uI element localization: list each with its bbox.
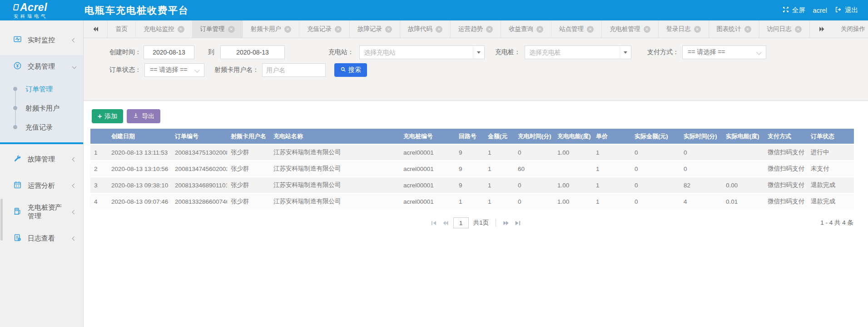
tab-station-monitor[interactable]: 充电站监控×	[136, 20, 193, 38]
tabs-scroll-left-icon[interactable]	[84, 20, 107, 38]
table-header[interactable]: 充电时间(分)	[514, 129, 554, 144]
sidebar-item-log-view[interactable]: 日志查看	[0, 227, 83, 250]
logo-subtext: 安科瑞电气	[14, 13, 72, 20]
next-page-button[interactable]	[503, 220, 510, 226]
table-header[interactable]: 充电电能(度)	[554, 129, 592, 144]
close-icon[interactable]: ×	[536, 26, 543, 33]
table-row[interactable]: 22020-08-13 13:10:562008134745602002张少群江…	[90, 161, 854, 177]
close-icon[interactable]: ×	[335, 26, 342, 33]
last-page-button[interactable]	[514, 220, 521, 226]
close-icon[interactable]: ×	[385, 26, 392, 33]
sidebar-subitem-rfid-users[interactable]: 射频卡用户	[0, 99, 83, 118]
export-button[interactable]: 导出	[127, 109, 160, 123]
pile-input[interactable]	[525, 46, 620, 59]
table-header[interactable]: 实际金额(元)	[631, 129, 680, 144]
tab-visit-log[interactable]: 访问日志×	[759, 20, 810, 38]
table-cell: 江苏安科瑞制造有限公司	[270, 161, 400, 177]
add-button[interactable]: + 添加	[92, 109, 123, 123]
close-icon[interactable]: ×	[486, 26, 493, 33]
table-cell: acrel00001	[400, 193, 455, 210]
prev-page-button[interactable]	[442, 220, 449, 226]
sidebar-item-realtime-monitor[interactable]: 实时监控	[0, 29, 83, 51]
tab-fault-records[interactable]: 故障记录×	[350, 20, 400, 38]
table-cell: 60	[514, 161, 554, 177]
date-from-input[interactable]	[144, 45, 194, 59]
tab-chart-stats[interactable]: 图表统计×	[709, 20, 759, 38]
tab-recharge-records[interactable]: 充值记录×	[299, 20, 350, 38]
sidebar-subitem-recharge-records[interactable]: 充值记录	[0, 118, 83, 137]
table-header[interactable]: 充电桩编号	[400, 129, 455, 144]
table-header[interactable]	[90, 129, 108, 144]
table-cell: 张少群	[227, 177, 270, 193]
close-icon[interactable]: ×	[228, 26, 235, 33]
sidebar-subitem-order-management[interactable]: 订单管理	[0, 80, 83, 99]
date-to-input[interactable]	[220, 45, 285, 59]
close-icon[interactable]: ×	[644, 26, 650, 33]
table-cell: 0	[514, 177, 554, 193]
rfid-username-input[interactable]	[262, 63, 326, 77]
table-cell: 1	[484, 161, 514, 177]
close-icon[interactable]: ×	[436, 26, 442, 33]
tab-revenue-query[interactable]: 收益查询×	[501, 20, 551, 38]
table-row[interactable]: 12020-08-13 13:11:532008134751302008张少群江…	[90, 144, 854, 161]
close-icon[interactable]: ×	[744, 26, 751, 33]
close-operations-menu[interactable]: 关闭操作	[841, 25, 865, 33]
chevron-left-icon	[72, 38, 77, 42]
close-icon[interactable]: ×	[178, 26, 184, 33]
table-cell: 2008134751302008	[171, 144, 227, 161]
table-cell: 1	[90, 144, 108, 161]
station-combobox[interactable]	[359, 45, 485, 59]
close-icon[interactable]: ×	[284, 26, 291, 33]
sidebar-item-fault-management[interactable]: 故障管理	[0, 148, 83, 171]
tab-home[interactable]: 首页	[107, 20, 136, 38]
chevron-down-icon	[194, 67, 199, 72]
pile-combobox[interactable]	[525, 45, 631, 59]
table-header[interactable]: 创建日期	[108, 129, 171, 144]
table-header[interactable]: 支付方式	[764, 129, 807, 144]
tabs-scroll-right-icon[interactable]	[810, 26, 833, 32]
table-header[interactable]: 金额(元	[484, 129, 514, 144]
sidebar-item-pile-assets[interactable]: 充电桩资产管理	[0, 201, 83, 223]
table-header[interactable]: 回路号	[455, 129, 484, 144]
table-header[interactable]: 订单编号	[171, 129, 227, 144]
search-button[interactable]: 搜索	[334, 63, 367, 77]
table-row[interactable]: 32020-08-13 09:38:102008133468901101张少群江…	[90, 177, 854, 193]
table-cell: 3	[90, 177, 108, 193]
pager-separator	[496, 219, 496, 227]
tab-fault-codes[interactable]: 故障代码×	[400, 20, 451, 38]
close-icon[interactable]: ×	[587, 26, 594, 33]
tab-operation-trends[interactable]: 运营趋势×	[451, 20, 501, 38]
sidebar-item-trade-management[interactable]: 交易管理	[0, 55, 83, 78]
close-icon[interactable]: ×	[795, 26, 802, 33]
pay-method-select[interactable]: == 请选择 ==	[682, 45, 766, 59]
sidebar-scrollbar[interactable]	[0, 199, 3, 241]
to-label: 到	[208, 48, 214, 56]
tab-login-log[interactable]: 登录日志×	[659, 20, 709, 38]
dropdown-arrow-icon[interactable]	[620, 46, 631, 59]
page-number-input[interactable]	[453, 217, 469, 228]
table-header[interactable]: 实际时间(分)	[680, 129, 722, 144]
station-label: 充电站：	[328, 48, 354, 56]
tab-order-management[interactable]: 订单管理×	[193, 20, 243, 38]
table-header[interactable]: 充电站名称	[270, 129, 400, 144]
tab-rfid-users[interactable]: 射频卡用户×	[243, 20, 300, 38]
username[interactable]: acrel	[813, 7, 827, 14]
first-page-button[interactable]	[431, 220, 437, 226]
table-header[interactable]: 订单状态	[807, 129, 854, 144]
dropdown-arrow-icon[interactable]	[473, 46, 484, 59]
table-header[interactable]: 实际电能(度)	[722, 129, 764, 144]
create-time-label: 创建时间：	[109, 48, 141, 56]
logout-button[interactable]: 退出	[835, 6, 858, 15]
fullscreen-button[interactable]: 全屏	[782, 6, 805, 15]
order-status-select[interactable]: == 请选择 ==	[144, 63, 204, 77]
table-header[interactable]: 单价	[592, 129, 631, 144]
sidebar-item-operation-analysis[interactable]: 运营分析	[0, 174, 83, 197]
table-header[interactable]: 射频卡用户名	[227, 129, 270, 144]
table-row[interactable]: 42020-08-13 09:07:462008133286600746张少群江…	[90, 193, 854, 210]
close-icon[interactable]: ×	[694, 26, 701, 33]
acrel-logo: Acrel 安科瑞电气	[14, 1, 72, 20]
station-input[interactable]	[360, 46, 473, 59]
tab-site-management[interactable]: 站点管理×	[551, 20, 602, 38]
table-cell: 微信扫码支付	[764, 161, 807, 177]
tab-pile-management[interactable]: 充电桩管理×	[602, 20, 659, 38]
